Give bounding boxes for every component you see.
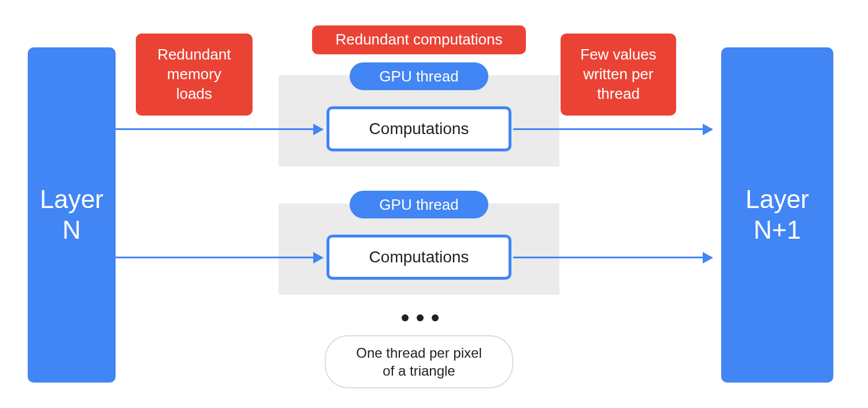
layer-n1-box: Layer N+1 [721, 47, 833, 383]
computations-box-1: Computations [327, 106, 511, 151]
dot-icon [402, 314, 409, 321]
gpu-thread-label-2: GPU thread [379, 196, 458, 214]
arrow-1-right [513, 128, 712, 130]
redundant-computations-box: Redundant computations [312, 25, 526, 54]
few-values-label: Few values written per thread [580, 45, 656, 103]
gpu-thread-pill-2: GPU thread [350, 191, 488, 218]
redundant-computations-label: Redundant computations [335, 30, 502, 50]
layer-n1-label: Layer N+1 [745, 184, 809, 246]
arrow-2-left [116, 257, 322, 258]
computations-label-2: Computations [369, 248, 469, 266]
caption-pill: One thread per pixel of a triangle [325, 335, 513, 388]
caption-label: One thread per pixel of a triangle [356, 344, 481, 380]
layer-n-label: Layer N [40, 184, 103, 246]
arrow-1-left [116, 128, 322, 130]
dot-icon [417, 314, 424, 321]
arrow-2-right [513, 257, 712, 258]
redundant-memory-label: Redundant memory loads [157, 45, 231, 103]
layer-n-box: Layer N [28, 47, 116, 383]
few-values-box: Few values written per thread [561, 34, 676, 116]
gpu-thread-label-1: GPU thread [379, 68, 458, 86]
computations-box-2: Computations [327, 235, 511, 280]
gpu-thread-pill-1: GPU thread [350, 62, 488, 90]
dot-icon [432, 314, 439, 321]
ellipsis-dots [402, 314, 439, 321]
computations-label-1: Computations [369, 120, 469, 138]
redundant-memory-box: Redundant memory loads [136, 34, 253, 116]
